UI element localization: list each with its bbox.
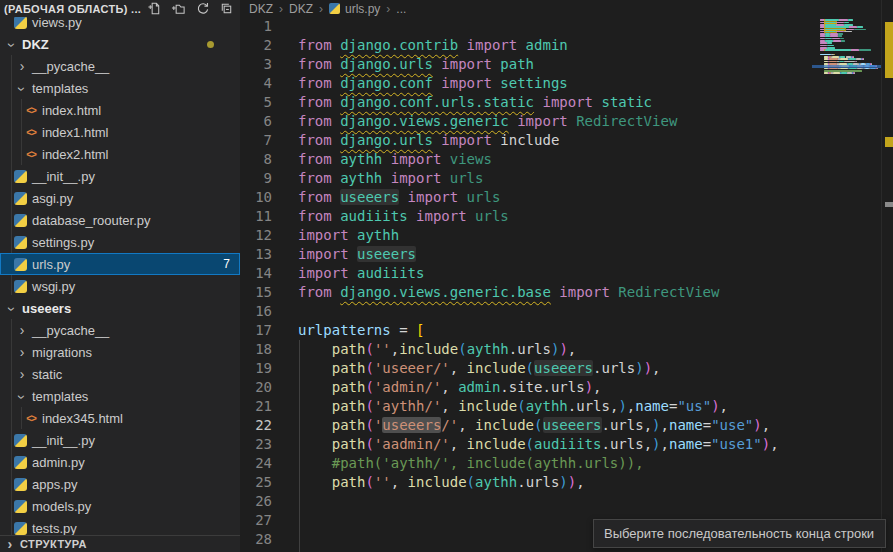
tree-item-label: apps.py (32, 477, 78, 492)
code-line-21[interactable]: 21 path('aythh/', include(aythh.urls,),n… (240, 397, 812, 416)
tree-item-index.html[interactable]: <>index.html (0, 99, 240, 121)
code-line-10[interactable]: 10from useeers import urls (240, 188, 812, 207)
tree-item-__pycache__[interactable]: ›__pycache__ (0, 319, 240, 341)
code-line-15[interactable]: 15from django.views.generic.base import … (240, 283, 812, 302)
python-file-icon (14, 214, 27, 227)
code-line-20[interactable]: 20 path('admin/', admin.site.urls), (240, 378, 812, 397)
minimap-code-bar (841, 72, 846, 74)
breadcrumb-item[interactable]: DKZ (249, 2, 273, 16)
breadcrumb-item[interactable]: urls.py (345, 2, 380, 16)
line-number: 17 (240, 321, 272, 340)
tree-item-migrations[interactable]: ›migrations (0, 341, 240, 363)
tree-item-static[interactable]: ›static (0, 363, 240, 385)
tree-item-__pycache__[interactable]: ›__pycache__ (0, 55, 240, 77)
line-number: 19 (240, 359, 272, 378)
line-number: 8 (240, 150, 272, 169)
tree-item-settings.py[interactable]: settings.py (0, 231, 240, 253)
tree-item-index345.html[interactable]: <>index345.html (0, 407, 240, 429)
overview-warning-mark (885, 137, 893, 147)
tree-item-index2.html[interactable]: <>index2.html (0, 143, 240, 165)
tree-item-useeers[interactable]: ›useeers (0, 297, 240, 319)
tree-item-wsgi.py[interactable]: wsgi.py (0, 275, 240, 297)
code-line-3[interactable]: 3from django.urls import path (240, 55, 812, 74)
vscode-window: { "colors":{ "bg-editor":"#1e1e1e","bg-s… (0, 0, 893, 552)
collapse-all-icon[interactable] (219, 1, 234, 16)
minimap-code-bar (830, 35, 838, 37)
code-line-1[interactable]: 1 (240, 17, 812, 36)
code-line-6[interactable]: 6from django.views.generic import Redire… (240, 112, 812, 131)
code-line-16[interactable]: 16 (240, 302, 812, 321)
tree-item-models.py[interactable]: models.py (0, 495, 240, 517)
new-file-icon[interactable] (147, 1, 162, 16)
tree-item-DKZ[interactable]: ›DKZ (0, 33, 240, 55)
tree-item-database_roouter.py[interactable]: database_roouter.py (0, 209, 240, 231)
tree-item-apps.py[interactable]: apps.py (0, 473, 240, 495)
tree-item-index1.html[interactable]: <>index1.html (0, 121, 240, 143)
minimap-code-bar (844, 31, 851, 33)
chevron-right-icon: › (14, 323, 30, 337)
code-line-5[interactable]: 5from django.conf.urls.static import sta… (240, 93, 812, 112)
tree-item-label: urls.py (32, 257, 70, 272)
code-line-8[interactable]: 8from aythh import views (240, 150, 812, 169)
code-area[interactable]: 12from django.contrib import admin3from … (240, 17, 812, 552)
tree-item-__init__.py[interactable]: __init__.py (0, 429, 240, 451)
code-line-26[interactable]: 26 (240, 492, 812, 511)
tree-item-templates[interactable]: ›templates (0, 385, 240, 407)
chevron-right-icon: › (386, 2, 390, 16)
code-line-14[interactable]: 14import audiiits (240, 264, 812, 283)
python-file-icon (14, 192, 27, 205)
minimap-code-bar (846, 29, 854, 31)
code-line-19[interactable]: 19 path('useeer/', include(useeers.urls)… (240, 359, 812, 378)
chevron-right-icon: › (14, 345, 30, 359)
chevron-down-icon: › (5, 301, 19, 317)
line-number: 13 (240, 245, 272, 264)
tree-item-templates[interactable]: ›templates (0, 77, 240, 99)
tree-item-admin.py[interactable]: admin.py (0, 451, 240, 473)
new-folder-icon[interactable] (171, 1, 186, 16)
python-file-icon (14, 456, 27, 469)
outline-section-header[interactable]: › СТРУКТУРА (0, 535, 240, 552)
minimap-code-bar (854, 29, 866, 31)
explorer-section-header[interactable]: (РАБОЧАЯ ОБЛАСТЬ) ... (0, 0, 240, 17)
breadcrumb-item[interactable]: ... (396, 2, 406, 16)
code-line-18[interactable]: 18 path('',include(aythh.urls)), (240, 340, 812, 359)
chevron-down-icon: › (15, 389, 29, 405)
minimap-code-bar (841, 40, 845, 42)
tree-item-asgi.py[interactable]: asgi.py (0, 187, 240, 209)
code-line-12[interactable]: 12import aythh (240, 226, 812, 245)
line-number: 22 (240, 416, 272, 435)
outline-section-label: СТРУКТУРА (20, 538, 87, 550)
minimap[interactable] (812, 17, 881, 552)
python-file-icon (14, 236, 27, 249)
statusbar-tooltip: Выберите последовательность конца строки (593, 519, 886, 548)
code-line-11[interactable]: 11from audiiits import urls (240, 207, 812, 226)
code-line-13[interactable]: 13import useeers (240, 245, 812, 264)
code-line-22[interactable]: 22 path('useeers/', include(useeers.urls… (240, 416, 812, 435)
code-line-17[interactable]: 17urlpatterns = [ (240, 321, 812, 340)
tree-item-label: DKZ (22, 37, 49, 52)
tree-item-label: __init__.py (32, 433, 95, 448)
breadcrumb-item[interactable]: DKZ (289, 2, 313, 16)
code-line-24[interactable]: 24 #path('aythh/', include(aythh.urls)), (240, 454, 812, 473)
code-line-23[interactable]: 23 path('aadmin/', include(audiiits.urls… (240, 435, 812, 454)
minimap-code-bar (839, 19, 847, 21)
tree-item-__init__.py[interactable]: __init__.py (0, 165, 240, 187)
code-line-7[interactable]: 7from django.urls import include (240, 131, 812, 150)
code-line-25[interactable]: 25 path('', include(aythh.urls)), (240, 473, 812, 492)
python-file-icon (14, 434, 27, 447)
code-line-2[interactable]: 2from django.contrib import admin (240, 36, 812, 55)
overview-warning-mark (885, 22, 893, 78)
code-line-4[interactable]: 4from django.conf import settings (240, 74, 812, 93)
html-file-icon: <> (24, 127, 38, 138)
line-number: 27 (240, 511, 272, 530)
overview-ruler[interactable] (881, 0, 893, 552)
refresh-icon[interactable] (195, 1, 210, 16)
tree-item-urls.py[interactable]: urls.py7 (0, 253, 240, 275)
python-file-icon (14, 500, 27, 513)
editor-pane: DKZ›DKZ›urls.py›... 12from django.contri… (240, 0, 893, 552)
minimap-selected-line (812, 65, 881, 68)
minimap-code-bar (854, 72, 855, 74)
code-line-9[interactable]: 9from aythh import urls (240, 169, 812, 188)
minimap-code-bar (857, 26, 863, 28)
minimap-code-bar (829, 58, 838, 60)
